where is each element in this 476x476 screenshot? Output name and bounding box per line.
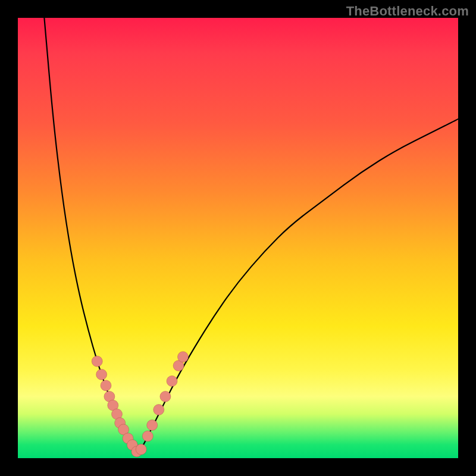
right-curve	[137, 119, 458, 453]
bottleneck-dot	[118, 424, 129, 435]
bottleneck-dot	[160, 391, 171, 402]
bottleneck-dot	[154, 405, 164, 415]
bottleneck-dot	[112, 409, 123, 419]
bottleneck-dot	[173, 361, 184, 371]
bottleneck-dot	[147, 420, 158, 431]
bottleneck-dot	[167, 376, 177, 387]
bottleneck-dot	[115, 418, 126, 428]
bottleneck-dots	[92, 352, 188, 457]
bottleneck-dot	[92, 356, 102, 367]
left-curve	[44, 18, 136, 454]
bottleneck-dot	[101, 380, 111, 391]
chart-frame: TheBottleneck.com	[0, 0, 476, 476]
watermark-text: TheBottleneck.com	[346, 4, 469, 19]
bottleneck-dot	[104, 391, 115, 402]
bottleneck-dot	[123, 433, 133, 444]
chart-plot-area	[18, 18, 458, 458]
bottleneck-dot	[136, 444, 146, 455]
chart-svg	[18, 18, 458, 458]
bottleneck-dot	[108, 400, 118, 411]
bottleneck-dot	[178, 352, 189, 362]
bottleneck-dot	[96, 369, 107, 380]
bottleneck-dot	[127, 440, 137, 450]
bottleneck-dot	[131, 446, 142, 457]
bottleneck-dot	[142, 431, 153, 441]
